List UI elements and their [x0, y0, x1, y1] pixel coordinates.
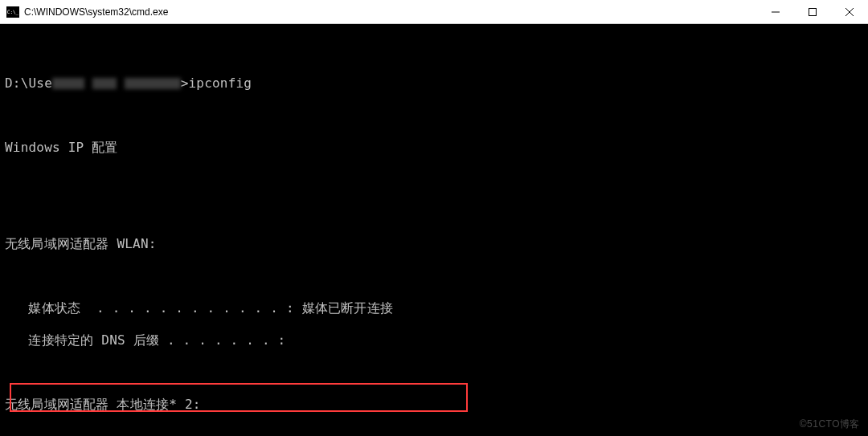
blank-line — [5, 365, 863, 381]
cmd-icon — [6, 6, 19, 18]
blank-line — [5, 172, 863, 188]
blank-line — [5, 429, 863, 436]
window-controls — [757, 0, 868, 23]
close-button[interactable] — [831, 0, 868, 23]
window-title: C:\WINDOWS\system32\cmd.exe — [24, 6, 757, 18]
adapter-title: 无线局域网适配器 本地连接* 2: — [5, 397, 863, 413]
watermark: ©51CTO博客 — [800, 418, 860, 431]
prompt-line: D:\Use >ipconfig — [5, 75, 863, 92]
terminal-output[interactable]: D:\Use >ipconfig Windows IP 配置 无线局域网适配器 … — [0, 24, 868, 436]
titlebar[interactable]: C:\WINDOWS\system32\cmd.exe — [0, 0, 868, 24]
adapter-title: 无线局域网适配器 WLAN: — [5, 236, 863, 252]
maximize-button[interactable] — [794, 0, 831, 23]
minimize-button[interactable] — [757, 0, 794, 23]
blank-line — [5, 108, 863, 124]
blank-line — [5, 43, 863, 59]
adapter-line: 媒体状态 . . . . . . . . . . . . : 媒体已断开连接 — [5, 300, 863, 316]
blank-line — [5, 268, 863, 284]
adapter-line: 连接特定的 DNS 后缀 . . . . . . . : — [5, 332, 863, 348]
ipconfig-header: Windows IP 配置 — [5, 140, 863, 156]
blank-line — [5, 204, 863, 220]
svg-rect-1 — [809, 8, 817, 15]
